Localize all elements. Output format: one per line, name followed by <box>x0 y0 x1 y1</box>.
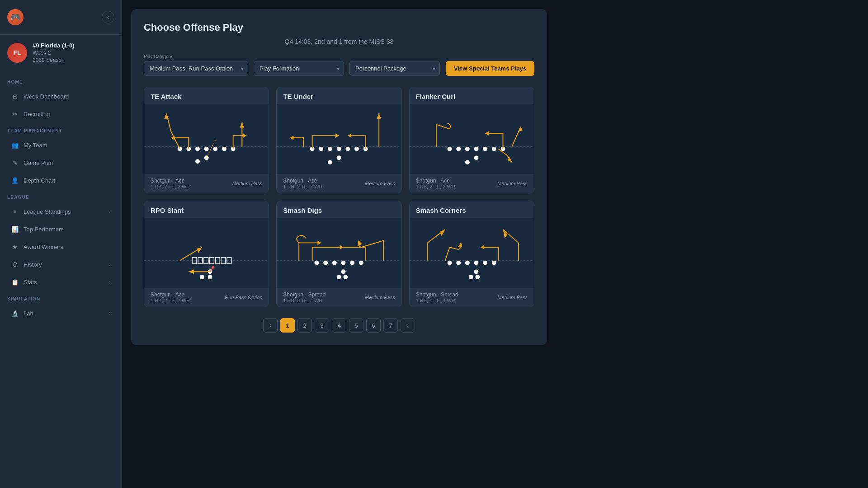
svg-point-35 <box>465 147 470 151</box>
svg-point-65 <box>324 261 328 265</box>
play-card-te-under[interactable]: TE Under <box>276 87 401 193</box>
modal-title: Choose Offense Play <box>144 22 534 33</box>
play-formation-filter: Play Formation <box>254 54 344 76</box>
pagination-page-4[interactable]: 4 <box>332 318 346 333</box>
play-formation-te-attack: Shotgun - Ace 1 RB, 2 TE, 2 WR <box>151 178 190 189</box>
history-label: History <box>24 261 42 268</box>
play-diagram-te-under <box>277 104 401 174</box>
svg-point-68 <box>350 261 355 265</box>
stats-label: Stats <box>24 279 37 286</box>
pagination-next[interactable]: › <box>401 318 415 333</box>
svg-point-26 <box>328 160 332 164</box>
stats-chevron: › <box>109 279 111 285</box>
pagination-page-3[interactable]: 3 <box>315 318 329 333</box>
play-type-rpo-slant: Run Pass Option <box>225 295 262 300</box>
svg-point-71 <box>337 275 341 279</box>
pagination-page-6[interactable]: 6 <box>366 318 381 333</box>
plays-grid: TE Attack <box>144 87 534 307</box>
play-title-rpo-slant: RPO Slant <box>144 201 269 218</box>
svg-point-80 <box>465 261 470 265</box>
svg-point-33 <box>447 147 452 151</box>
team-details: #9 Florida (1-0) Week 2 2029 Season <box>33 42 74 63</box>
sidebar-header: 🎮 ‹ <box>0 0 122 35</box>
play-card-rpo-slant[interactable]: RPO Slant <box>144 201 269 307</box>
team-avatar: FL <box>7 43 27 63</box>
play-title-smash-corners: Smash Corners <box>410 201 534 218</box>
sidebar-item-week-dashboard[interactable]: ⊞ Week Dashboard <box>4 88 118 105</box>
svg-point-70 <box>341 269 346 274</box>
pagination-page-5[interactable]: 5 <box>349 318 363 333</box>
play-title-smash-digs: Smash Digs <box>277 201 401 218</box>
section-league-label: LEAGUE <box>0 189 122 202</box>
svg-point-40 <box>474 155 478 160</box>
svg-point-21 <box>337 147 341 151</box>
svg-point-66 <box>332 261 337 265</box>
svg-point-25 <box>337 155 341 160</box>
svg-point-72 <box>344 275 348 279</box>
sidebar-item-award-winners[interactable]: ★ Award Winners <box>4 238 118 255</box>
play-card-te-attack[interactable]: TE Attack <box>144 87 269 193</box>
special-teams-button[interactable]: View Special Teams Plays <box>446 61 534 76</box>
history-chevron: › <box>109 262 111 267</box>
game-plan-label: Game Plan <box>24 160 53 166</box>
recruiting-icon: ✂ <box>11 110 19 118</box>
modal-subtitle: Q4 14:03, 2nd and 1 from the MISS 38 <box>144 38 534 45</box>
play-footer-smash-corners: Shotgun - Spread 1 RB, 0 TE, 4 WR Medium… <box>410 288 534 307</box>
play-diagram-smash-digs <box>277 218 401 288</box>
svg-point-36 <box>474 147 478 151</box>
play-footer-smash-digs: Shotgun - Spread 1 RB, 0 TE, 4 WR Medium… <box>277 288 401 307</box>
award-winners-label: Award Winners <box>24 244 63 250</box>
sidebar-item-top-performers[interactable]: 📊 Top Performers <box>4 221 118 238</box>
personnel-package-wrapper[interactable]: Personnel Package <box>349 61 440 76</box>
play-card-smash-digs[interactable]: Smash Digs <box>276 201 401 307</box>
play-footer-rpo-slant: Shotgun - Ace 1 RB, 2 TE, 2 WR Run Pass … <box>144 288 269 307</box>
play-title-te-attack: TE Attack <box>144 87 269 104</box>
sidebar-item-my-team[interactable]: 👥 My Team <box>4 136 118 154</box>
play-formation-label <box>254 54 344 59</box>
play-card-flanker-curl[interactable]: Flanker Curl <box>409 87 534 193</box>
svg-point-19 <box>319 147 324 151</box>
section-simulation-label: SIMULATION <box>0 291 122 304</box>
pagination-page-2[interactable]: 2 <box>297 318 312 333</box>
play-formation-select[interactable]: Play Formation <box>254 61 344 76</box>
svg-point-67 <box>341 261 346 265</box>
section-home-label: HOME <box>0 74 122 87</box>
sidebar-item-history[interactable]: ⏱ History › <box>4 256 118 273</box>
svg-point-55 <box>200 275 204 279</box>
back-button[interactable]: ‹ <box>102 11 114 23</box>
pagination-page-1[interactable]: 1 <box>280 318 295 333</box>
play-diagram-smash-corners <box>410 218 534 288</box>
play-formation-wrapper[interactable]: Play Formation <box>254 61 344 76</box>
personnel-package-select[interactable]: Personnel Package <box>349 61 440 76</box>
play-category-select[interactable]: Medium Pass, Run Pass Option <box>144 61 248 76</box>
svg-rect-45 <box>144 218 269 287</box>
my-team-icon: 👥 <box>11 141 19 149</box>
sidebar-item-league-standings[interactable]: ≡ League Standings › <box>4 203 118 220</box>
pagination-page-7[interactable]: 7 <box>383 318 398 333</box>
lab-icon: 🔬 <box>11 309 19 317</box>
svg-point-85 <box>468 275 473 279</box>
team-name: #9 Florida (1-0) <box>33 42 74 49</box>
play-category-wrapper[interactable]: Medium Pass, Run Pass Option <box>144 61 248 76</box>
svg-point-6 <box>213 147 217 151</box>
sidebar-item-depth-chart[interactable]: 👤 Depth Chart <box>4 172 118 189</box>
svg-point-83 <box>492 261 496 265</box>
sidebar-item-lab[interactable]: 🔬 Lab › <box>4 305 118 322</box>
sidebar-item-stats[interactable]: 📋 Stats › <box>4 273 118 291</box>
svg-point-41 <box>465 160 470 164</box>
svg-point-61 <box>212 266 214 269</box>
sidebar-item-recruiting[interactable]: ✂ Recruiting <box>4 105 118 122</box>
play-type-te-under: Medium Pass <box>365 181 395 186</box>
svg-rect-0 <box>144 104 269 173</box>
svg-point-84 <box>474 269 478 274</box>
play-card-smash-corners[interactable]: Smash Corners <box>409 201 534 307</box>
team-info: FL #9 Florida (1-0) Week 2 2029 Season <box>0 35 122 70</box>
play-title-te-under: TE Under <box>277 87 401 104</box>
pagination-prev[interactable]: ‹ <box>263 318 278 333</box>
svg-point-9 <box>204 155 209 160</box>
sidebar-item-game-plan[interactable]: ✎ Game Plan <box>4 154 118 171</box>
play-type-te-attack: Medium Pass <box>232 181 263 186</box>
league-standings-icon: ≡ <box>11 207 19 216</box>
section-team-label: TEAM MANAGEMENT <box>0 123 122 136</box>
play-formation-rpo-slant: Shotgun - Ace 1 RB, 2 TE, 2 WR <box>151 291 190 303</box>
